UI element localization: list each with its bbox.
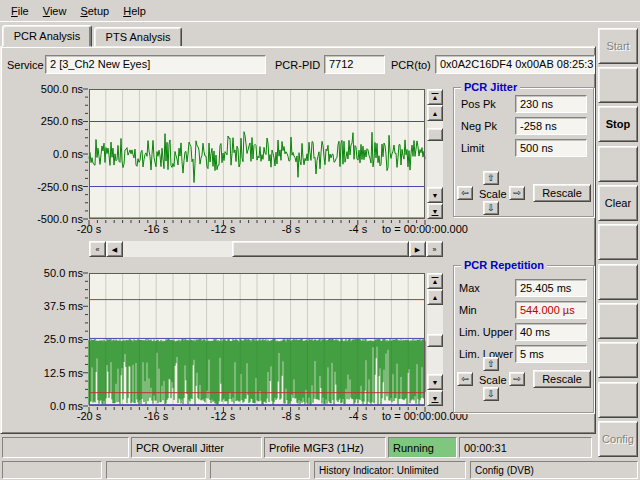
scrollbar-track[interactable] [427,121,443,187]
scroll-to-bottom-button[interactable]: ▼ [427,390,443,406]
arrow-right-icon: ▶ [415,246,420,253]
max-label: Max [459,282,480,294]
scroll-up-button[interactable]: ▲ [427,105,443,121]
h-scrollbar-track[interactable] [123,241,409,257]
scroll-down-button[interactable]: ▼ [427,187,443,203]
jitter-scale-up-button[interactable]: ⇧ [483,171,499,185]
tab-strip: PCR Analysis PTS Analysis [0,23,640,47]
jitter-x-end-label: to = 00:00:00.000 [382,223,492,235]
pos-pk-label: Pos Pk [461,98,496,110]
blank-button-3 [598,224,638,260]
jitter-scale-down-button[interactable]: ⇩ [483,201,499,215]
rep-ytick-37: 37.5 ms [5,300,83,312]
scroll-far-left-button[interactable]: « [89,241,106,257]
start-button[interactable]: Start [598,28,638,64]
rep-scale-label: Scale [479,374,507,386]
service-field[interactable]: 2 [3_Ch2 New Eyes] [45,55,266,74]
jitter-xtick-4: -4 s [336,223,380,235]
rep-scale-right-button[interactable]: ⇨ [509,372,525,386]
lim-upper-field[interactable]: 40 ms [515,323,587,341]
jitter-xtick-8: -8 s [269,223,313,235]
rep-scale-left-button[interactable]: ⇦ [457,372,473,386]
menu-help[interactable]: Help [116,3,153,19]
hollow-arrow-up-icon: ⇧ [487,360,495,369]
clear-button[interactable]: Clear [598,185,638,221]
scrollbar-thumb[interactable] [427,128,443,141]
menu-file[interactable]: File [4,3,36,19]
menu-setup[interactable]: Setup [73,3,116,19]
service-label: Service [7,59,44,71]
arrow-left-icon: ◀ [112,246,117,253]
time-horizontal-scrollbar[interactable]: « ◀ ▶ » [89,241,443,257]
status2-cell-2 [106,461,206,479]
lim-lower-field[interactable]: 5 ms [515,345,587,363]
jitter-ytick-500: 500.0 ns [5,83,83,95]
jitter-scale-left-button[interactable]: ⇦ [457,186,473,200]
blank-button-2 [598,146,638,182]
rep-scale-down-button[interactable]: ⇩ [483,387,499,401]
jitter-xtick-16: -16 s [134,223,178,235]
tab-pts-analysis[interactable]: PTS Analysis [94,27,182,47]
scroll-left-button[interactable]: ◀ [106,241,123,257]
h-scrollbar-thumb[interactable] [232,241,409,257]
jitter-limit-field[interactable]: 500 ns [515,139,587,157]
scroll-up-button[interactable]: ▲ [427,289,443,305]
hollow-arrow-right-icon: ⇨ [513,189,521,198]
pcr-repetition-plot [89,273,425,406]
repetition-vertical-scrollbar[interactable]: ▲ ▲ ▼ ▼ [427,273,443,406]
hollow-arrow-up-icon: ⇧ [487,174,495,183]
lim-upper-label: Lim. Upper [459,326,513,338]
min-field: 544.000 µs [515,301,587,319]
jitter-scale-label: Scale [479,188,507,200]
rep-xtick-20: -20 s [67,410,111,422]
pcr-pid-field: 7712 [324,55,385,74]
scroll-to-top-button[interactable]: ▲ [427,89,443,105]
jitter-scale-right-button[interactable]: ⇨ [509,186,525,200]
rep-ytick-25: 25.0 ms [5,333,83,345]
rep-xtick-8: -8 s [269,410,313,422]
rep-ytick-12: 12.5 ms [5,367,83,379]
scrollbar-thumb[interactable] [427,334,443,347]
scroll-far-right-button[interactable]: » [426,241,443,257]
hollow-arrow-right-icon: ⇨ [513,375,521,384]
rep-ytick-50: 50.0 ms [5,267,83,279]
jitter-xtick-12: -12 s [201,223,245,235]
status-cell-empty [2,437,129,458]
jitter-limit-label: Limit [461,142,484,154]
max-field: 25.405 ms [515,279,587,297]
rep-rescale-button[interactable]: Rescale [533,370,591,388]
arrow-up-icon: ▲ [432,294,439,301]
arrow-down-bar-icon: ▼ [432,208,439,215]
hollow-arrow-down-icon: ⇩ [487,204,495,213]
pcr-jitter-group-title: PCR Jitter [461,81,520,93]
neg-pk-label: Neg Pk [461,120,497,132]
status-run-state: Running [388,437,457,458]
stop-button[interactable]: Stop [598,106,638,142]
scroll-to-bottom-button[interactable]: ▼ [427,203,443,219]
scrollbar-track[interactable] [427,305,443,374]
arrow-down-icon: ▼ [432,192,439,199]
pos-pk-field: 230 ns [515,95,587,113]
scroll-down-button[interactable]: ▼ [427,374,443,390]
config-button[interactable]: Config [598,421,638,457]
pcr-to-label: PCR(to) [391,59,431,71]
pcr-repetition-group-title: PCR Repetition [461,259,547,271]
jitter-rescale-button[interactable]: Rescale [533,184,591,202]
status-measurement: PCR Overall Jitter [131,437,262,458]
jitter-ytick-250: 250.0 ns [5,115,83,127]
tab-pcr-analysis[interactable]: PCR Analysis [2,25,92,47]
pcr-analyzer-window: File View Setup Help PCR Analysis PTS An… [0,0,640,480]
status-config-mode: Config (DVB) [470,461,638,479]
rep-xtick-12: -12 s [201,410,245,422]
menu-view[interactable]: View [36,3,74,19]
pcr-analysis-page: Service 2 [3_Ch2 New Eyes] PCR-PID 7712 … [0,46,596,434]
jitter-vertical-scrollbar[interactable]: ▲ ▲ ▼ ▼ [427,89,443,219]
hollow-arrow-down-icon: ⇩ [487,390,495,399]
status-elapsed-time: 00:00:31 [459,437,592,458]
neg-pk-field: -258 ns [515,117,587,135]
scroll-to-top-button[interactable]: ▲ [427,273,443,289]
rep-scale-up-button[interactable]: ⇧ [483,357,499,371]
scroll-right-button[interactable]: ▶ [409,241,426,257]
status2-cell-3 [210,461,310,479]
status-history-indicator: History Indicator: Unlimited [314,461,466,479]
